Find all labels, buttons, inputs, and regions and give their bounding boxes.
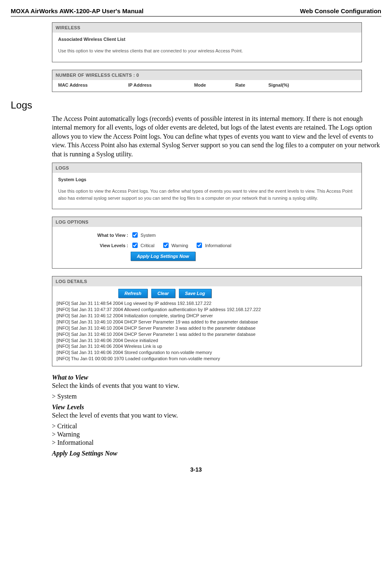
page-number: 3-13	[11, 466, 381, 473]
warning-checkbox[interactable]	[163, 243, 169, 248]
log-line: [INFO] Sat Jan 31 10:46:06 2004 Wireless…	[56, 343, 357, 349]
logs-paragraph: The Access Point automatically logs (rec…	[52, 114, 381, 159]
logs-panel-title: LOGS	[52, 163, 361, 173]
logs-panel-sub: System Logs	[58, 177, 356, 182]
logs-heading: Logs	[11, 99, 381, 111]
refresh-button[interactable]: Refresh	[118, 289, 148, 298]
apply-log-settings-term: Apply Log Settings Now	[52, 450, 381, 457]
log-line: [INFO] Sat Jan 31 10:46:10 2004 DHCP Ser…	[56, 325, 357, 331]
system-checkbox-label: System	[141, 233, 156, 238]
wireless-panel-desc: Use this option to view the wireless cli…	[58, 47, 356, 54]
critical-checkbox[interactable]	[132, 243, 138, 248]
view-levels-term: View Levels	[52, 404, 381, 411]
running-header: MOXA AirWorks AWK-1200-AP User's Manual …	[11, 7, 381, 17]
view-levels-item: > Warning	[52, 431, 381, 438]
view-levels-label: View Levels :	[58, 243, 131, 248]
warning-checkbox-wrap[interactable]: Warning	[162, 243, 190, 248]
log-line: [INFO] Sat Jan 31 10:46:06 2004 Device i…	[56, 338, 357, 344]
critical-checkbox-wrap[interactable]: Critical	[131, 243, 156, 248]
col-ip: IP Address	[128, 83, 194, 87]
logs-figure: LOGS System Logs Use this option to view…	[52, 163, 381, 366]
log-details-title: LOG DETAILS	[52, 276, 361, 286]
informational-checkbox-label: Informational	[205, 243, 232, 248]
log-details-panel: LOG DETAILS Refresh Clear Save Log [INFO…	[52, 276, 362, 366]
logs-panel-desc: Use this option to view the Access Point…	[58, 188, 356, 201]
what-to-view-label: What to View :	[58, 233, 131, 238]
manual-title: MOXA AirWorks AWK-1200-AP User's Manual	[11, 7, 143, 14]
warning-checkbox-label: Warning	[171, 243, 188, 248]
log-lines: [INFO] Sat Jan 31 11:48:54 2004 Log view…	[52, 300, 361, 366]
what-to-view-item: > System	[52, 393, 381, 400]
log-options-title: LOG OPTIONS	[52, 217, 361, 227]
system-checkbox-wrap[interactable]: System	[131, 233, 156, 238]
log-line: [INFO] Sat Jan 31 10:46:12 2004 Initiali…	[56, 313, 357, 319]
chapter-title: Web Console Configuration	[300, 7, 381, 14]
clear-button[interactable]: Clear	[151, 289, 175, 298]
wireless-panel-sub: Associated Wireless Client List	[58, 37, 356, 42]
view-levels-item: > Critical	[52, 422, 381, 430]
clients-columns: MAC Address IP Address Mode Rate Signal(…	[52, 80, 361, 92]
logs-panel: LOGS System Logs Use this option to view…	[52, 163, 362, 209]
what-to-view-term: What to View	[52, 374, 381, 381]
log-line: [INFO] Sat Jan 31 11:48:54 2004 Log view…	[56, 300, 357, 307]
clients-panel: NUMBER OF WIRELESS CLIENTS : 0 MAC Addre…	[52, 70, 362, 92]
log-line: [INFO] Sat Jan 31 10:46:06 2004 Stored c…	[56, 349, 357, 356]
system-checkbox[interactable]	[132, 232, 138, 238]
col-rate: Rate	[235, 83, 268, 87]
log-options-panel: LOG OPTIONS What to View : System View L…	[52, 217, 362, 269]
log-line: [INFO] Thu Jan 01 00:00:00 1970 Loaded c…	[56, 356, 357, 362]
log-line: [INFO] Sat Jan 31 10:46:10 2004 DHCP Ser…	[56, 319, 357, 325]
wireless-panel: WIRELESS Associated Wireless Client List…	[52, 22, 362, 62]
view-levels-desc: Select the level of events that you want…	[52, 412, 381, 419]
col-signal: Signal(%)	[268, 83, 301, 87]
log-line: [INFO] Sat Jan 31 10:47:37 2004 Allowed …	[56, 307, 357, 313]
informational-checkbox-wrap[interactable]: Informational	[195, 243, 231, 248]
col-mode: Mode	[194, 83, 235, 87]
log-line: [INFO] Sat Jan 31 10:46:10 2004 DHCP Ser…	[56, 331, 357, 338]
what-to-view-desc: Select the kinds of events that you want…	[52, 382, 381, 389]
clients-panel-title: NUMBER OF WIRELESS CLIENTS : 0	[52, 70, 361, 80]
wireless-panel-title: WIRELESS	[52, 23, 361, 33]
informational-checkbox[interactable]	[197, 243, 202, 248]
wireless-figure: WIRELESS Associated Wireless Client List…	[52, 22, 381, 92]
col-mac: MAC Address	[58, 83, 128, 87]
critical-checkbox-label: Critical	[141, 243, 155, 248]
apply-log-settings-button[interactable]: Apply Log Settings Now	[131, 252, 195, 261]
save-log-button[interactable]: Save Log	[179, 289, 211, 298]
view-levels-item: > Informational	[52, 439, 381, 446]
